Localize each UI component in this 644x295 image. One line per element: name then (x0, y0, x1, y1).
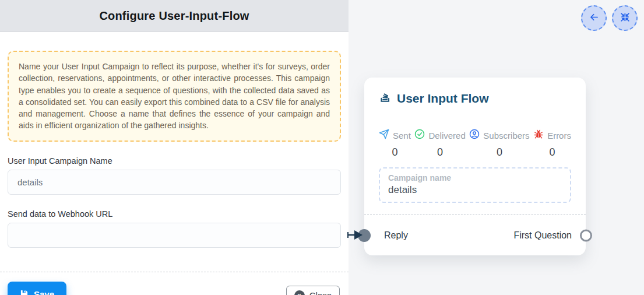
user-circle-icon (469, 129, 480, 142)
first-question-source-handle[interactable] (580, 229, 592, 241)
stat-errors: Errors 0 (533, 129, 571, 159)
campaign-name-display-value: details (388, 184, 562, 196)
campaign-name-display: Campaign name details (379, 167, 571, 203)
save-button-label: Save (34, 289, 54, 295)
close-button-label: Close (309, 290, 332, 295)
node-footer: Reply First Question (364, 215, 586, 255)
first-question-label: First Question (513, 230, 572, 241)
campaign-name-label: User Input Campaign Name (8, 156, 341, 166)
panel-header: Configure User-Input-Flow (0, 0, 349, 32)
x-circle-icon: ✕ (294, 290, 305, 295)
stat-delivered-value: 0 (437, 146, 443, 159)
node-title-row: User Input Flow (379, 90, 571, 106)
stat-subscribers-label: Subscribers (483, 131, 529, 141)
save-floppy-icon (20, 289, 29, 295)
node-stats: Sent 0 Delivered 0 (379, 129, 571, 159)
check-circle-icon (414, 129, 425, 142)
compress-arrows-icon (620, 12, 630, 24)
info-banner: Name your User Input Campaign to reflect… (8, 51, 341, 142)
page-title: Configure User-Input-Flow (99, 9, 249, 23)
arrow-left-icon (589, 12, 600, 25)
fit-view-button[interactable] (612, 5, 638, 31)
stat-delivered: Delivered 0 (414, 129, 465, 159)
bug-icon (533, 129, 544, 142)
campaign-name-display-label: Campaign name (388, 173, 562, 182)
stat-subscribers-value: 0 (497, 146, 502, 159)
stat-errors-value: 0 (550, 146, 555, 159)
campaign-name-input[interactable] (8, 170, 341, 195)
flow-canvas[interactable]: User Input Flow Sent 0 (349, 0, 644, 295)
reply-label: Reply (384, 230, 408, 241)
stat-delivered-label: Delivered (428, 131, 465, 141)
save-button[interactable]: Save (8, 282, 66, 295)
user-input-flow-node[interactable]: User Input Flow Sent 0 (364, 78, 586, 255)
stat-subscribers: Subscribers 0 (469, 129, 529, 159)
webhook-url-label: Send data to Webhook URL (8, 209, 341, 219)
webhook-url-input[interactable] (8, 223, 341, 248)
stat-sent: Sent 0 (379, 129, 411, 159)
node-title: User Input Flow (397, 92, 489, 106)
stat-errors-label: Errors (547, 131, 571, 141)
stat-sent-value: 0 (392, 146, 397, 159)
stat-sent-label: Sent (393, 131, 411, 141)
close-button[interactable]: ✕ Close (286, 286, 340, 295)
configure-panel: Configure User-Input-Flow Name your User… (0, 0, 349, 295)
back-button[interactable] (581, 5, 607, 31)
panel-actions: Save ✕ Close (0, 272, 349, 295)
send-icon (379, 129, 389, 142)
canvas-toolbar (581, 5, 638, 31)
node-body: User Input Flow Sent 0 (364, 78, 586, 203)
stack-icon (379, 90, 392, 106)
connector-arrow-icon (347, 229, 363, 243)
